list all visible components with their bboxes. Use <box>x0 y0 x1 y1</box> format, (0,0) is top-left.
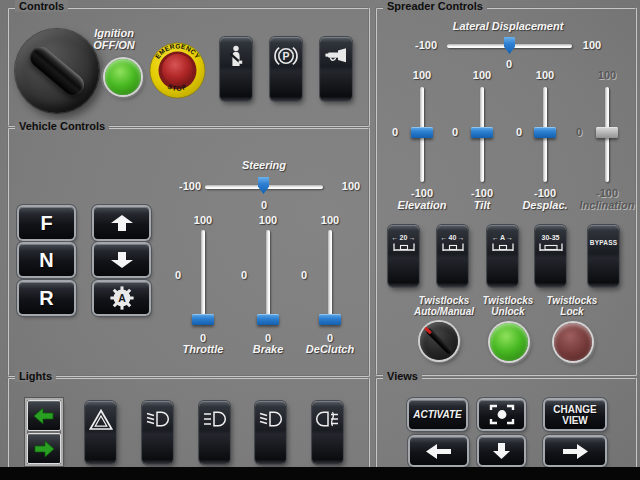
gear-neutral-button[interactable]: N <box>19 244 74 276</box>
svg-text:P: P <box>282 49 289 61</box>
view-down-button[interactable] <box>479 437 524 465</box>
change-view-label: CHANGE VIEW <box>553 404 596 426</box>
arrow-down-icon <box>492 442 511 460</box>
activate-view-button[interactable]: ACTIVATE <box>409 400 466 429</box>
lateral-slider-handle[interactable] <box>504 37 515 54</box>
spreader-30-35ft-switch[interactable]: 30-35 <box>535 225 566 287</box>
arrow-out-left-icon: ← <box>441 234 448 241</box>
throttle-slider-handle[interactable] <box>192 314 214 325</box>
turn-signal-stack <box>27 400 61 464</box>
spreader-auto-icon: ←A→ <box>487 227 518 259</box>
ignition-button[interactable] <box>105 59 141 95</box>
brake-slider-track[interactable] <box>266 230 270 324</box>
bottom-bar <box>0 467 640 480</box>
twistlocks-lock-label: Twistlocks Lock <box>533 295 611 317</box>
svg-text:A: A <box>118 292 126 304</box>
parking-brake-switch[interactable]: P <box>270 37 302 101</box>
horn-icon <box>320 39 352 72</box>
brake-top-label: 100 <box>248 214 288 226</box>
lights-group-title: Lights <box>15 370 56 382</box>
arrow-out-left-icon: ← <box>392 234 399 241</box>
steering-min-label: -100 <box>170 180 210 192</box>
steering-slider-handle[interactable] <box>258 177 269 194</box>
seatbelt-switch[interactable] <box>220 37 252 101</box>
elevation-slider-handle[interactable] <box>411 127 433 138</box>
steering-label: Steering <box>209 159 319 171</box>
parking-brake-icon: P <box>270 39 302 72</box>
tilt-slider-handle[interactable] <box>471 127 493 138</box>
activate-view-label: ACTIVATE <box>413 409 462 420</box>
inclination-slider-handle <box>596 127 618 138</box>
lateral-min-label: -100 <box>406 39 446 51</box>
focus-view-button[interactable] <box>479 400 524 429</box>
steering-value: 0 <box>244 199 284 211</box>
view-left-button[interactable] <box>410 437 467 465</box>
elevation-bottom-label: -100 <box>400 187 444 199</box>
desplac-side-label: 0 <box>509 126 529 138</box>
turn-right-arrow-icon <box>34 441 54 457</box>
spreader-auto-switch[interactable]: ←A→ <box>487 225 518 287</box>
arrow-out-right-icon: → <box>506 234 513 241</box>
hazard-icon <box>85 403 116 436</box>
arrow-left-icon <box>425 443 453 460</box>
hazard-lights-switch[interactable] <box>85 401 116 464</box>
twistlocks-auto-manual-knob[interactable] <box>420 322 458 360</box>
seatbelt-icon <box>220 39 252 72</box>
twistlocks-lock-button[interactable] <box>554 323 592 361</box>
turn-left-arrow-icon <box>34 408 54 424</box>
arrow-out-right-icon: → <box>457 234 464 241</box>
turn-left-button[interactable] <box>27 400 61 431</box>
views-group: Views ACTIVATE CHANGE VIEW <box>375 377 637 470</box>
desplac-slider-handle[interactable] <box>534 127 556 138</box>
tilt-label: Tilt <box>446 199 518 211</box>
tilt-top-label: 100 <box>462 69 502 81</box>
lateral-max-label: 100 <box>572 39 612 51</box>
arrow-right-icon <box>561 443 589 460</box>
emergency-stop-icon: EMERGENCY STOP <box>149 42 206 99</box>
throttle-slider-track[interactable] <box>201 230 205 324</box>
horn-switch[interactable] <box>320 37 352 101</box>
tilt-bottom-label: -100 <box>460 187 504 199</box>
spreader-20ft-switch[interactable]: ←20→ <box>388 225 419 287</box>
change-view-button[interactable]: CHANGE VIEW <box>545 400 605 429</box>
spreader-40ft-switch[interactable]: ←40→ <box>437 225 468 287</box>
vehicle-controls-group-title: Vehicle Controls <box>15 120 109 132</box>
turn-right-button[interactable] <box>27 433 61 464</box>
spreader-40ft-icon: ←40→ <box>437 227 468 259</box>
gear-auto-button[interactable]: A <box>94 282 149 314</box>
gear-down-button[interactable] <box>94 244 149 276</box>
spreader-20ft-icon: ←20→ <box>388 227 419 259</box>
declutch-slider-handle[interactable] <box>319 314 341 325</box>
rear-fog-light-switch[interactable] <box>312 401 343 464</box>
vehicle-controls-group: Vehicle Controls F N R <box>7 127 370 377</box>
gear-forward-button[interactable]: F <box>19 207 74 239</box>
inclination-bottom-label: -100 <box>585 187 629 199</box>
arrow-out-left-icon: ← <box>492 234 499 241</box>
high-beam-switch[interactable] <box>199 401 230 464</box>
declutch-side-label: 0 <box>294 269 314 281</box>
gear-up-button[interactable] <box>94 207 149 239</box>
rear-fog-light-icon <box>312 403 343 436</box>
elevation-side-label: 0 <box>385 126 405 138</box>
throttle-top-label: 100 <box>183 214 223 226</box>
arrow-down-icon <box>110 252 134 268</box>
declutch-slider-track[interactable] <box>328 230 332 324</box>
gear-auto-icon: A <box>110 286 134 310</box>
gear-reverse-button[interactable]: R <box>19 282 74 314</box>
throttle-side-label: 0 <box>168 269 188 281</box>
tilt-side-label: 0 <box>445 126 465 138</box>
gear-reverse-label: R <box>39 287 53 310</box>
view-right-button[interactable] <box>545 437 605 465</box>
low-beam-switch[interactable] <box>142 401 173 464</box>
front-fog-light-switch[interactable] <box>255 401 286 464</box>
controls-group-title: Controls <box>15 0 68 12</box>
brake-slider-handle[interactable] <box>257 314 279 325</box>
lateral-displacement-label: Lateral Displacement <box>423 20 593 32</box>
lights-group: Lights <box>7 377 370 470</box>
inclination-top-label: 100 <box>587 69 627 81</box>
spreader-controls-group-title: Spreader Controls <box>383 0 487 12</box>
twistlocks-unlock-button[interactable] <box>490 323 528 361</box>
declutch-label: DeClutch <box>290 343 370 355</box>
bypass-switch[interactable]: BYPASS <box>588 225 619 287</box>
emergency-stop-button[interactable]: EMERGENCY STOP <box>149 42 206 99</box>
